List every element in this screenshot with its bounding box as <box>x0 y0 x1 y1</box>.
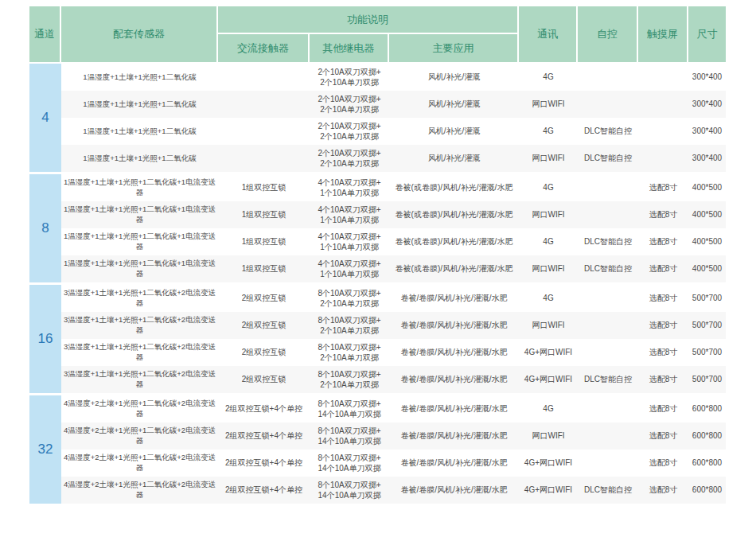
cell-relays: 4个10A双刀双掷+ 1个10A单刀双掷 <box>310 255 389 282</box>
cell-communication: 网口WIFI <box>519 422 578 450</box>
cell-communication: 4G+网口WIFI <box>519 450 578 477</box>
cell-application: 卷被/卷膜/风机/补光/灌溉/水肥 <box>389 477 519 504</box>
cell-size: 300*400 <box>688 91 726 118</box>
cell-size: 500*700 <box>688 285 726 312</box>
cell-auto-control: DLC智能自控 <box>578 366 638 393</box>
cell-ac: 2组双控互锁 <box>218 366 310 393</box>
cell-size: 400*500 <box>688 174 726 201</box>
cell-size: 400*500 <box>688 201 726 228</box>
cell-application: 卷被(或卷膜)/风机/补光/灌溉/水肥 <box>389 255 519 282</box>
cell-ac: 2组双控互锁 <box>218 339 310 366</box>
cell-communication: 4G <box>519 174 578 201</box>
cell-sensors: 1温湿度+1土壤+1光照+1二氧化碳+1电流变送器 <box>61 201 218 228</box>
table-body: 41温湿度+1土壤+1光照+1二氧化碳2个10A双刀双掷+ 2个10A单刀双掷风… <box>29 64 726 504</box>
cell-communication: 网口WIFI <box>519 145 578 172</box>
cell-size: 500*700 <box>688 366 726 393</box>
cell-ac: 1组双控互锁 <box>218 174 310 201</box>
cell-ac <box>218 145 310 172</box>
cell-ac: 1组双控互锁 <box>218 255 310 282</box>
cell-relays: 2个10A双刀双掷+ 2个10A单刀双掷 <box>310 64 389 91</box>
cell-touch-screen: 选配8寸 <box>638 255 688 282</box>
cell-touch-screen <box>638 118 688 145</box>
cell-touch-screen: 选配8寸 <box>638 477 688 504</box>
header-auto-control: 自控 <box>578 6 638 62</box>
cell-size: 300*400 <box>688 64 726 91</box>
cell-auto-control: DLC智能自控 <box>578 477 638 504</box>
cell-application: 卷被/卷膜/风机/补光/灌溉/水肥 <box>389 312 519 339</box>
cell-touch-screen: 选配8寸 <box>638 174 688 201</box>
cell-sensors: 4温湿度+2土壤+1光照+1二氧化碳+2电流变送器 <box>61 450 218 477</box>
cell-touch-screen: 选配8寸 <box>638 339 688 366</box>
cell-communication: 4G+网口WIFI <box>519 339 578 366</box>
table-header: 通道 配套传感器 功能说明 交流接触器 其他继电器 主要应用 通讯 自控 触摸屏… <box>29 6 726 62</box>
cell-touch-screen: 选配8寸 <box>638 312 688 339</box>
cell-application: 卷被/卷膜/风机/补光/灌溉/水肥 <box>389 422 519 450</box>
cell-application: 卷被/卷膜/风机/补光/灌溉/水肥 <box>389 339 519 366</box>
cell-communication: 4G <box>519 228 578 255</box>
cell-application: 风机/补光/灌溉 <box>389 91 519 118</box>
cell-ac: 2组双控互锁+4个单控 <box>218 450 310 477</box>
cell-sensors: 3温湿度+1土壤+1光照+1二氧化碳+2电流变送器 <box>61 366 218 393</box>
cell-communication: 4G+网口WIFI <box>519 366 578 393</box>
cell-relays: 4个10A双刀双掷+ 1个10A单刀双掷 <box>310 174 389 201</box>
cell-application: 卷被/卷膜/风机/补光/灌溉/水肥 <box>389 285 519 312</box>
cell-application: 卷被(或卷膜)/风机/补光/灌溉/水肥 <box>389 228 519 255</box>
product-spec-table: 通道 配套传感器 功能说明 交流接触器 其他继电器 主要应用 通讯 自控 触摸屏… <box>29 6 726 506</box>
cell-application: 卷被/卷膜/风机/补光/灌溉/水肥 <box>389 450 519 477</box>
cell-touch-screen: 选配8寸 <box>638 422 688 450</box>
channel-cell: 8 <box>29 174 61 282</box>
cell-application: 卷被/卷膜/风机/补光/灌溉/水肥 <box>389 366 519 393</box>
cell-sensors: 1温湿度+1土壤+1光照+1二氧化碳 <box>61 118 218 145</box>
cell-sensors: 4温湿度+2土壤+1光照+1二氧化碳+2电流变送器 <box>61 422 218 450</box>
cell-sensors: 3温湿度+1土壤+1光照+1二氧化碳+2电流变送器 <box>61 285 218 312</box>
cell-communication: 4G <box>519 64 578 91</box>
cell-relays: 2个10A双刀双掷+ 2个10A单刀双掷 <box>310 91 389 118</box>
header-other-relays: 其他继电器 <box>310 34 389 62</box>
cell-communication: 网口WIFI <box>519 201 578 228</box>
cell-communication: 4G <box>519 285 578 312</box>
cell-ac: 2组双控互锁 <box>218 285 310 312</box>
cell-sensors: 1温湿度+1土壤+1光照+1二氧化碳 <box>61 64 218 91</box>
cell-relays: 2个10A双刀双掷+ 2个10A单刀双掷 <box>310 145 389 172</box>
cell-application: 风机/补光/灌溉 <box>389 64 519 91</box>
cell-ac: 2组双控互锁+4个单控 <box>218 395 310 422</box>
cell-sensors: 4温湿度+2土壤+1光照+1二氧化碳+2电流变送器 <box>61 477 218 504</box>
header-main-application: 主要应用 <box>389 34 519 62</box>
channel-group: 163温湿度+1土壤+1光照+1二氧化碳+2电流变送器2组双控互锁8个10A双刀… <box>29 285 726 393</box>
cell-relays: 2个10A双刀双掷+ 2个10A单刀双掷 <box>310 118 389 145</box>
cell-ac: 2组双控互锁+4个单控 <box>218 422 310 450</box>
cell-sensors: 3温湿度+1土壤+1光照+1二氧化碳+2电流变送器 <box>61 312 218 339</box>
cell-auto-control: DLC智能自控 <box>578 118 638 145</box>
cell-ac <box>218 64 310 91</box>
cell-touch-screen: 选配8寸 <box>638 450 688 477</box>
cell-size: 300*400 <box>688 145 726 172</box>
cell-communication: 网口WIFI <box>519 91 578 118</box>
cell-auto-control <box>578 64 638 91</box>
channel-cell: 16 <box>29 285 61 393</box>
header-sensors: 配套传感器 <box>61 6 218 62</box>
cell-ac <box>218 91 310 118</box>
cell-relays: 8个10A双刀双掷+ 14个10A单刀双掷 <box>310 450 389 477</box>
cell-sensors: 4温湿度+2土壤+1光照+1二氧化碳+2电流变送器 <box>61 395 218 422</box>
cell-sensors: 1温湿度+1土壤+1光照+1二氧化碳+1电流变送器 <box>61 255 218 282</box>
cell-ac: 2组双控互锁+4个单控 <box>218 477 310 504</box>
cell-ac <box>218 118 310 145</box>
cell-auto-control <box>578 174 638 201</box>
cell-relays: 8个10A双刀双掷+ 2个10A单刀双掷 <box>310 312 389 339</box>
cell-touch-screen: 选配8寸 <box>638 201 688 228</box>
header-touch-screen: 触摸屏 <box>638 6 688 62</box>
cell-communication: 网口WIFI <box>519 312 578 339</box>
cell-relays: 8个10A双刀双掷+ 14个10A单刀双掷 <box>310 395 389 422</box>
cell-application: 卷被/卷膜/风机/补光/灌溉/水肥 <box>389 395 519 422</box>
cell-sensors: 1温湿度+1土壤+1光照+1二氧化碳 <box>61 91 218 118</box>
cell-communication: 4G <box>519 395 578 422</box>
cell-sensors: 1温湿度+1土壤+1光照+1二氧化碳+1电流变送器 <box>61 174 218 201</box>
cell-relays: 8个10A双刀双掷+ 14个10A单刀双掷 <box>310 422 389 450</box>
cell-auto-control <box>578 395 638 422</box>
cell-communication: 4G <box>519 118 578 145</box>
cell-touch-screen <box>638 145 688 172</box>
cell-touch-screen <box>638 64 688 91</box>
cell-relays: 8个10A双刀双掷+ 2个10A单刀双掷 <box>310 339 389 366</box>
cell-touch-screen: 选配8寸 <box>638 285 688 312</box>
cell-sensors: 3温湿度+1土壤+1光照+1二氧化碳+2电流变送器 <box>61 339 218 366</box>
